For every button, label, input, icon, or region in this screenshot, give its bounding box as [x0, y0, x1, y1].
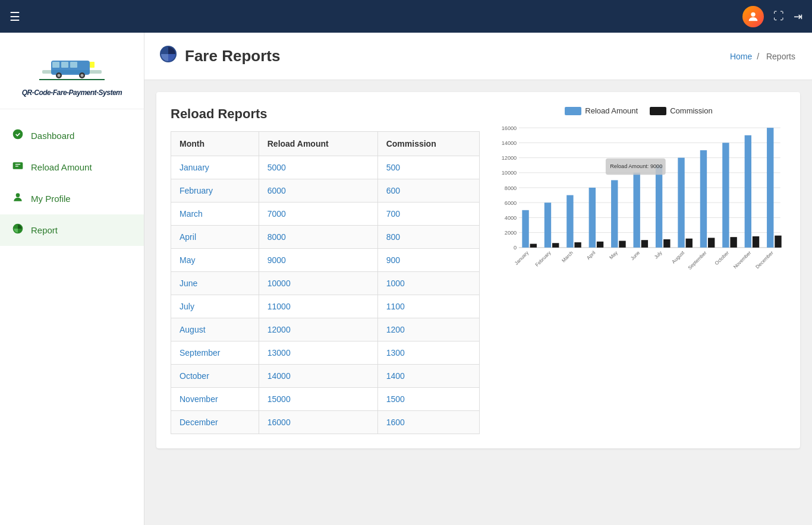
- table-row: March7000700: [171, 203, 480, 226]
- cell-commission: 900: [377, 249, 479, 272]
- cell-commission: 1400: [377, 365, 479, 388]
- cell-reload: 11000: [259, 295, 377, 318]
- sidebar-item-label: Report: [31, 225, 58, 235]
- svg-rect-37: [530, 244, 537, 248]
- page-header: Fare Reports Home / Reports: [144, 33, 812, 80]
- layout: QR-Code-Fare-Payment-System Dashboard Re…: [0, 33, 812, 525]
- table-row: October140001400: [171, 365, 480, 388]
- col-reload: Reload Amount: [259, 132, 377, 156]
- svg-text:16000: 16000: [502, 125, 517, 131]
- avatar[interactable]: [742, 6, 764, 27]
- table-row: November150001500: [171, 388, 480, 411]
- svg-rect-67: [753, 236, 759, 248]
- breadcrumb: Home / Reports: [730, 52, 798, 61]
- svg-rect-36: [522, 210, 528, 248]
- svg-rect-3: [52, 62, 59, 68]
- cell-month: April: [171, 226, 259, 249]
- cell-reload: 7000: [259, 203, 377, 226]
- table-row: April8000800: [171, 226, 480, 249]
- sidebar-item-my-profile[interactable]: My Profile: [0, 183, 144, 214]
- cell-reload: 16000: [259, 411, 377, 434]
- svg-rect-57: [678, 158, 684, 248]
- svg-text:August: August: [671, 250, 686, 265]
- col-month: Month: [171, 132, 259, 156]
- svg-rect-42: [566, 195, 573, 248]
- sidebar-logo: QR-Code-Fare-Payment-System: [0, 45, 144, 109]
- svg-text:March: March: [561, 250, 574, 264]
- svg-rect-49: [619, 241, 625, 247]
- cell-month: January: [171, 156, 259, 179]
- legend-reload-label: Reload Amount: [585, 106, 638, 115]
- logo-image: [36, 50, 108, 86]
- table-row: June100001000: [171, 272, 480, 295]
- svg-rect-48: [611, 180, 618, 247]
- cell-reload: 13000: [259, 341, 377, 365]
- table-row: February6000600: [171, 179, 480, 203]
- svg-rect-51: [633, 173, 640, 248]
- logout-icon[interactable]: ⇥: [794, 10, 802, 23]
- sidebar-item-report[interactable]: Report: [0, 214, 144, 246]
- cell-month: September: [171, 341, 259, 365]
- cell-month: November: [171, 388, 259, 411]
- cell-commission: 1600: [377, 411, 479, 434]
- profile-icon: [12, 191, 24, 206]
- cell-commission: 1500: [377, 388, 479, 411]
- svg-rect-39: [545, 203, 551, 248]
- svg-point-0: [751, 12, 755, 16]
- cell-month: March: [171, 203, 259, 226]
- sidebar-item-label: Reload Amount: [31, 162, 92, 172]
- report-icon: [12, 223, 24, 238]
- svg-rect-60: [700, 150, 707, 248]
- svg-rect-46: [597, 242, 603, 248]
- reports-grid: Reload Reports Month Reload Amount Commi…: [171, 106, 786, 434]
- cell-commission: 600: [377, 179, 479, 203]
- cell-reload: 15000: [259, 388, 377, 411]
- chart-legend: Reload Amount Commission: [492, 106, 786, 115]
- legend-commission-color: [650, 107, 666, 115]
- svg-rect-13: [13, 162, 23, 169]
- chart-section: Reload Amount Commission 020004000600080…: [492, 106, 786, 434]
- svg-text:November: November: [732, 250, 752, 270]
- cell-month: October: [171, 365, 259, 388]
- cell-commission: 1000: [377, 272, 479, 295]
- cell-reload: 6000: [259, 179, 377, 203]
- section-title: Reload Reports: [171, 106, 480, 122]
- svg-point-8: [58, 74, 61, 77]
- legend-commission-label: Commission: [670, 106, 713, 115]
- cell-reload: 12000: [259, 318, 377, 341]
- cell-commission: 500: [377, 156, 479, 179]
- svg-text:September: September: [687, 250, 708, 271]
- svg-rect-6: [90, 62, 95, 68]
- navbar-right: ⛶ ⇥: [742, 6, 802, 27]
- svg-text:December: December: [755, 250, 775, 270]
- sidebar-item-dashboard[interactable]: Dashboard: [0, 120, 144, 151]
- svg-text:12000: 12000: [502, 155, 517, 161]
- cell-commission: 800: [377, 226, 479, 249]
- svg-text:May: May: [608, 249, 619, 260]
- breadcrumb-home[interactable]: Home: [730, 52, 752, 61]
- table-row: December160001600: [171, 411, 480, 434]
- svg-rect-40: [552, 243, 559, 248]
- svg-rect-61: [708, 238, 715, 247]
- svg-rect-63: [722, 143, 729, 247]
- page-title-area: Fare Reports: [159, 45, 280, 68]
- svg-rect-66: [745, 135, 751, 248]
- svg-text:June: June: [630, 250, 641, 261]
- cell-month: December: [171, 411, 259, 434]
- sidebar-item-reload-amount[interactable]: Reload Amount: [0, 151, 144, 183]
- sidebar-nav: Dashboard Reload Amount My Profile Repor…: [0, 115, 144, 251]
- expand-icon[interactable]: ⛶: [773, 10, 784, 23]
- page-title: Fare Reports: [185, 47, 280, 65]
- svg-text:2000: 2000: [505, 230, 517, 236]
- hamburger-icon[interactable]: ☰: [10, 10, 20, 24]
- navbar: ☰ ⛶ ⇥: [0, 0, 812, 33]
- svg-rect-45: [589, 188, 596, 248]
- cell-reload: 9000: [259, 249, 377, 272]
- navbar-left: ☰: [10, 10, 20, 24]
- data-table: Month Reload Amount Commission January50…: [171, 131, 480, 434]
- content-area: Reload Reports Month Reload Amount Commi…: [144, 80, 812, 460]
- sidebar-item-label: Dashboard: [31, 131, 74, 141]
- cell-month: June: [171, 272, 259, 295]
- svg-text:Reload Amount: 9000: Reload Amount: 9000: [610, 163, 662, 169]
- svg-rect-58: [686, 239, 693, 248]
